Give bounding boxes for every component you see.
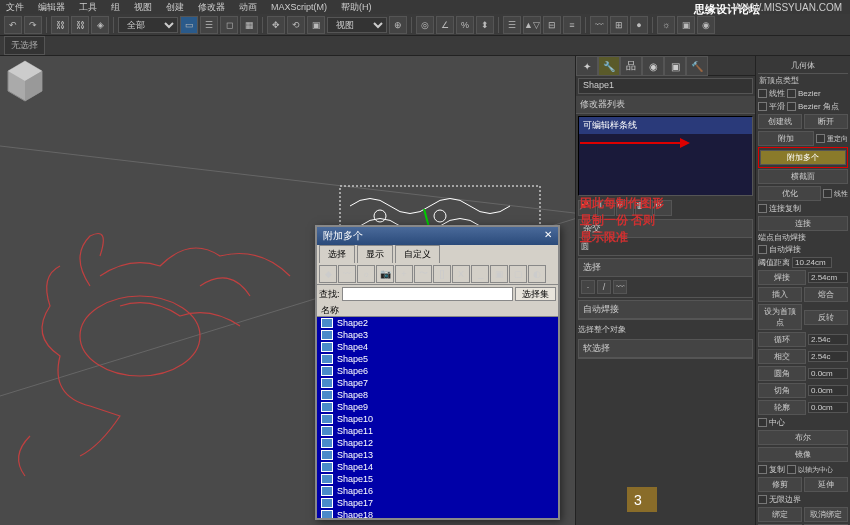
boolean-button[interactable]: 布尔 [758,430,848,445]
crossinsert-input[interactable] [808,351,848,362]
make-first-button[interactable]: 设为首顶点 [758,304,802,330]
move-button[interactable]: ✥ [267,16,285,34]
weld-button[interactable]: 焊接 [758,270,806,285]
reorient-check[interactable] [816,134,825,143]
smooth-radio[interactable] [758,102,767,111]
dialog-list-item[interactable]: Shape9 [317,401,558,413]
bezier-radio[interactable] [787,89,796,98]
dialog-list-item[interactable]: Shape15 [317,473,558,485]
hierarchy-tab[interactable]: 品 [620,56,642,76]
dialog-search-input[interactable] [342,287,513,301]
selection-rollout[interactable]: 选择 [579,259,752,277]
fuse-button[interactable]: 熔合 [804,287,848,302]
dialog-tab-select[interactable]: 选择 [319,245,355,263]
render-setup-button[interactable]: ☼ [657,16,675,34]
dialog-tab-display[interactable]: 显示 [357,245,393,263]
percent-snap-button[interactable]: % [456,16,474,34]
refine-button[interactable]: 优化 [758,186,821,201]
schematic-button[interactable]: ⊞ [610,16,628,34]
dialog-list-item[interactable]: Shape5 [317,353,558,365]
mirror-button2[interactable]: 镜像 [758,447,848,462]
dlg-filter-light[interactable]: ☼ [357,265,375,283]
dialog-shape-list[interactable]: Shape2Shape3Shape4Shape5Shape6Shape7Shap… [317,317,558,518]
pivot-check[interactable] [787,465,796,474]
menu-modifier[interactable]: 修改器 [198,1,225,14]
scale-button[interactable]: ▣ [307,16,325,34]
window-crossing-button[interactable]: ▦ [240,16,258,34]
ref-coord[interactable]: 视图 [327,17,387,33]
menu-help[interactable]: 帮助(H) [341,1,372,14]
spinner-snap-button[interactable]: ⬍ [476,16,494,34]
dialog-list-item[interactable]: Shape3 [317,329,558,341]
dlg-filter-group[interactable]: [] [433,265,451,283]
rotate-button[interactable]: ⟲ [287,16,305,34]
menu-edit[interactable]: 编辑器 [38,1,65,14]
dialog-list-item[interactable]: Shape14 [317,461,558,473]
dialog-selset-button[interactable]: 选择集 [515,287,556,301]
chamfer-input[interactable] [808,385,848,396]
dlg-filter-shape[interactable]: 〰 [338,265,356,283]
fillet-input[interactable] [808,368,848,379]
selection-filter[interactable]: 全部 [118,17,178,33]
bezier-corner-radio[interactable] [787,102,796,111]
modifier-stack-item[interactable]: 可编辑样条线 [579,117,752,134]
dialog-list-item[interactable]: Shape6 [317,365,558,377]
dlg-filter-invert[interactable]: ◐ [528,265,546,283]
linear-radio[interactable] [758,89,767,98]
dlg-filter-cam[interactable]: 📷 [376,265,394,283]
bind-button2[interactable]: 绑定 [758,507,802,522]
utilities-tab[interactable]: 🔨 [686,56,708,76]
create-tab[interactable]: ✦ [576,56,598,76]
connect-check[interactable] [823,189,832,198]
dialog-list-item[interactable]: Shape2 [317,317,558,329]
menu-tools[interactable]: 工具 [79,1,97,14]
cycle-button[interactable]: 循环 [758,332,806,347]
dialog-list-item[interactable]: Shape12 [317,437,558,449]
named-sel-button[interactable]: ☰ [503,16,521,34]
dialog-col-name[interactable]: 名称 [317,303,558,317]
menu-group[interactable]: 组 [111,1,120,14]
chamfer-button[interactable]: 切角 [758,383,806,398]
dlg-filter-helper[interactable]: + [395,265,413,283]
dlg-filter-all[interactable]: ▣ [490,265,508,283]
dialog-list-item[interactable]: Shape4 [317,341,558,353]
spline-subobj[interactable]: 〰 [613,280,627,294]
weld-input[interactable] [808,272,848,283]
auto-weld-rollout[interactable]: 自动焊接 [579,301,752,319]
view-cube[interactable] [0,56,50,106]
crossinsert-button[interactable]: 相交 [758,349,806,364]
fillet-button[interactable]: 圆角 [758,366,806,381]
center-check[interactable] [758,418,767,427]
dialog-list-item[interactable]: Shape17 [317,497,558,509]
motion-tab[interactable]: ◉ [642,56,664,76]
menu-file[interactable]: 文件 [6,1,24,14]
vertex-subobj[interactable]: · [581,280,595,294]
object-name-field[interactable]: Shape1 [578,78,753,94]
dialog-list-item[interactable]: Shape16 [317,485,558,497]
connect-button[interactable]: 连接 [758,216,848,231]
dlg-filter-space[interactable]: 〜 [414,265,432,283]
segment-subobj[interactable]: / [597,280,611,294]
dlg-filter-none[interactable]: ▢ [509,265,527,283]
dialog-titlebar[interactable]: 附加多个 ✕ [317,227,558,245]
material-button[interactable]: ● [630,16,648,34]
layer-button[interactable]: ≡ [563,16,581,34]
trim-button[interactable]: 修剪 [758,477,802,492]
modifier-list-label[interactable]: 修改器列表 [576,96,755,114]
link-button[interactable]: ⛓ [51,16,69,34]
dialog-close-icon[interactable]: ✕ [544,229,552,243]
dialog-list-item[interactable]: Shape11 [317,425,558,437]
dialog-list-item[interactable]: Shape8 [317,389,558,401]
dlg-filter-bone[interactable]: ⎯ [471,265,489,283]
infinite-check[interactable] [758,495,767,504]
render-frame-button[interactable]: ▣ [677,16,695,34]
reverse-button[interactable]: 反转 [804,310,848,325]
cycle-input[interactable] [808,334,848,345]
soft-sel-rollout[interactable]: 软选择 [579,340,752,358]
outline-button[interactable]: 轮廓 [758,400,806,415]
unlink-button[interactable]: ⛓ [71,16,89,34]
angle-snap-button[interactable]: ∠ [436,16,454,34]
dialog-tab-custom[interactable]: 自定义 [395,245,440,263]
menu-create[interactable]: 创建 [166,1,184,14]
modify-tab[interactable]: 🔧 [598,56,620,76]
